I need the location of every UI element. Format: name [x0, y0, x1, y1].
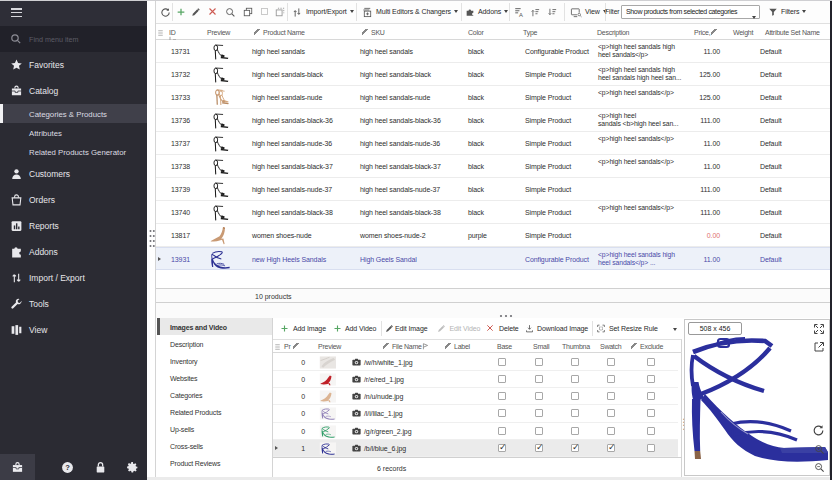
svg-text:A: A [519, 12, 523, 17]
svg-text:?: ? [65, 463, 70, 472]
